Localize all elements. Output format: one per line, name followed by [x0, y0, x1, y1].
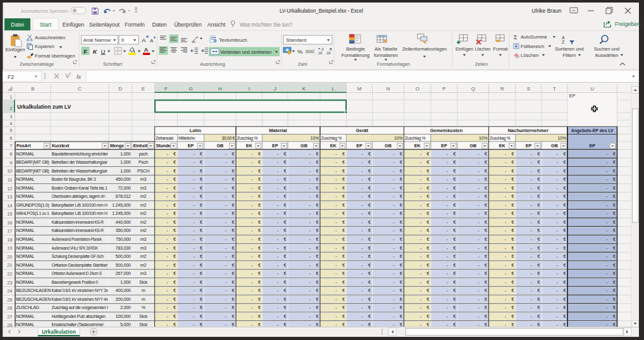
- svg-text:Hohlliegenden Putz abschlagen: Hohlliegenden Putz abschlagen: [52, 313, 106, 319]
- svg-text:€: €: [427, 280, 430, 284]
- svg-text:€: €: [200, 160, 202, 164]
- svg-text:€: €: [485, 160, 487, 164]
- svg-text:€: €: [316, 246, 319, 250]
- svg-text:Urkalkulation: Urkalkulation: [42, 329, 76, 335]
- svg-text:€: €: [400, 297, 402, 301]
- svg-text:€: €: [284, 169, 287, 173]
- svg-text:€: €: [232, 246, 235, 250]
- svg-text:21: 21: [7, 262, 12, 268]
- svg-text:Suchen und: Suchen und: [594, 46, 620, 52]
- svg-text:m: m: [142, 288, 146, 293]
- svg-text:J: J: [274, 86, 276, 92]
- svg-text:14: 14: [7, 203, 12, 209]
- svg-text:€: €: [427, 254, 430, 258]
- svg-text:€: €: [400, 220, 402, 224]
- svg-text:€: €: [368, 177, 371, 181]
- svg-text:,00: ,00: [318, 51, 323, 55]
- svg-text:€: €: [258, 246, 261, 250]
- svg-text:GB: GB: [551, 143, 558, 149]
- svg-text:A: A: [562, 35, 565, 40]
- svg-text:EP: EP: [569, 93, 576, 99]
- svg-text:Ulrike Braun: Ulrike Braun: [532, 8, 562, 14]
- svg-text:€: €: [232, 305, 235, 310]
- svg-text:€: €: [342, 160, 345, 164]
- svg-text:€: €: [613, 305, 616, 310]
- svg-text:Boden Graben Kanal Tiefe bis 1: Boden Graben Kanal Tiefe bis 1: [52, 185, 108, 191]
- svg-text:€: €: [454, 297, 456, 301]
- svg-text:U: U: [101, 49, 106, 55]
- svg-text:€: €: [485, 220, 487, 224]
- svg-text:EP: EP: [589, 143, 595, 149]
- svg-text:€: €: [564, 288, 566, 293]
- svg-text:€: €: [613, 280, 616, 284]
- svg-text:m2: m2: [140, 210, 147, 216]
- svg-text:Ausschneiden: Ausschneiden: [35, 35, 65, 40]
- svg-text:€: €: [368, 152, 371, 156]
- svg-text:€: €: [258, 194, 261, 198]
- svg-text:€: €: [284, 297, 287, 301]
- svg-text:€: €: [368, 211, 371, 216]
- svg-text:Arial Narrow: Arial Narrow: [84, 37, 111, 43]
- svg-text:€: €: [173, 228, 176, 233]
- svg-text:€: €: [427, 305, 430, 310]
- svg-text:€: €: [232, 160, 235, 164]
- svg-text:€: €: [400, 254, 402, 258]
- svg-text:€: €: [342, 288, 345, 293]
- svg-text:E: E: [142, 86, 145, 92]
- svg-text:PosArt: PosArt: [16, 143, 31, 149]
- svg-text:Menge: Menge: [110, 143, 124, 149]
- svg-text:€: €: [200, 322, 202, 327]
- svg-text:€: €: [512, 220, 514, 224]
- svg-text:I: I: [249, 86, 250, 92]
- svg-text:€: €: [564, 194, 566, 198]
- svg-text:€: €: [284, 220, 287, 224]
- svg-text:€: €: [258, 228, 261, 233]
- svg-text:Stck: Stck: [139, 313, 147, 319]
- svg-text:€: €: [564, 169, 566, 173]
- svg-text:EP: EP: [441, 143, 447, 149]
- svg-text:Einfügen: Einfügen: [5, 47, 25, 52]
- svg-text:Freigeben: Freigeben: [615, 21, 641, 27]
- svg-text:€: €: [342, 211, 345, 216]
- svg-text:€: €: [368, 271, 371, 276]
- svg-text:€: €: [613, 237, 616, 241]
- svg-text:€: €: [258, 186, 261, 190]
- svg-text:NORMAL: NORMAL: [16, 185, 35, 191]
- svg-text:€: €: [200, 305, 202, 310]
- svg-text:€: €: [316, 177, 319, 181]
- svg-text:€: €: [368, 160, 371, 164]
- svg-text:€: €: [427, 314, 430, 319]
- svg-text:€: €: [564, 263, 566, 267]
- svg-text:€: €: [173, 152, 176, 156]
- svg-text:D: D: [118, 86, 122, 92]
- svg-text:B: B: [31, 86, 34, 92]
- svg-text:€: €: [454, 203, 456, 207]
- svg-text:€: €: [427, 177, 430, 181]
- svg-text:72,000: 72,000: [118, 185, 130, 191]
- svg-text:psch: psch: [139, 151, 148, 157]
- svg-text:€: €: [512, 305, 514, 310]
- svg-text:€: €: [232, 211, 235, 216]
- svg-text:Start: Start: [40, 21, 52, 28]
- svg-text:EK: EK: [499, 143, 506, 149]
- svg-text:€: €: [200, 297, 202, 301]
- svg-text:€: €: [316, 152, 319, 156]
- svg-text:000: 000: [306, 49, 314, 54]
- svg-text:500,000: 500,000: [116, 262, 131, 268]
- svg-text:€: €: [454, 220, 456, 224]
- svg-text:€: €: [400, 177, 402, 181]
- svg-text:L: L: [332, 86, 335, 92]
- svg-text:€: €: [613, 322, 616, 327]
- svg-text:100,000: 100,000: [116, 313, 131, 319]
- svg-text:M: M: [357, 86, 362, 92]
- svg-text:€: €: [538, 160, 540, 164]
- svg-text:Ansicht: Ansicht: [207, 21, 226, 28]
- svg-text:1,000: 1,000: [120, 168, 131, 174]
- svg-text:€: €: [232, 177, 235, 181]
- svg-text:€: €: [454, 271, 456, 276]
- svg-text:€: €: [613, 246, 616, 250]
- svg-text:€: €: [200, 177, 202, 181]
- svg-text:C: C: [78, 86, 82, 92]
- svg-text:BEZUSCHLAGEN: BEZUSCHLAGEN: [16, 296, 51, 302]
- svg-text:€: €: [400, 194, 402, 198]
